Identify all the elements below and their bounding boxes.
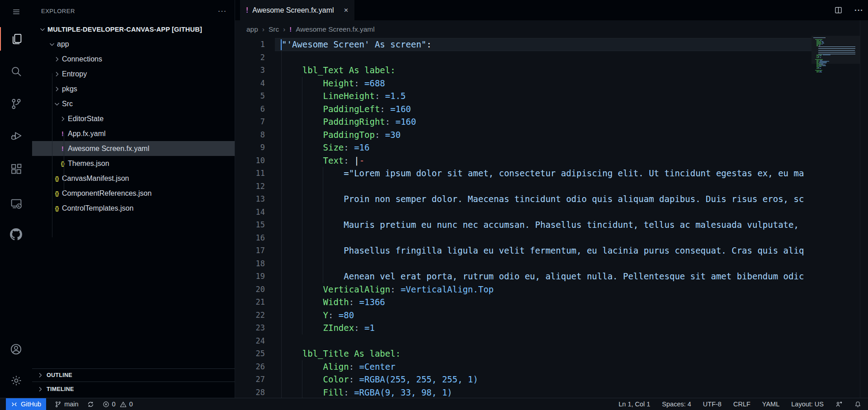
tree-item-label: EditorState xyxy=(68,115,104,123)
chevron-right-icon xyxy=(52,54,62,64)
breadcrumb-item-file[interactable]: Awesome Screen.fx.yaml xyxy=(296,25,375,33)
activity-item-source-control[interactable] xyxy=(0,92,32,116)
editor-more-actions-icon[interactable]: ··· xyxy=(854,6,863,15)
outline-section-label: OUTLINE xyxy=(47,372,72,378)
code-line[interactable]: Phasellus fringilla ligula eu velit ferm… xyxy=(282,244,811,257)
code-line[interactable] xyxy=(282,257,811,270)
eol-status[interactable]: CRLF xyxy=(733,401,750,408)
code-line[interactable]: PaddingRight: =160 xyxy=(282,115,811,128)
tree-item-componentreferences-json[interactable]: {}ComponentReferences.json xyxy=(32,186,235,201)
line-number: 15 xyxy=(235,218,271,231)
code-line[interactable]: Height: =688 xyxy=(282,77,811,90)
code-line[interactable]: PaddingLeft: =160 xyxy=(282,103,811,116)
code-content[interactable]: "'Awesome Screen' As screen": lbl_Text A… xyxy=(282,38,811,398)
line-number: 19 xyxy=(235,270,271,283)
cursor-position-status[interactable]: Ln 1, Col 1 xyxy=(618,401,650,408)
code-line[interactable]: lbl_Text As label: xyxy=(282,64,811,77)
activity-item-run-debug[interactable] xyxy=(0,124,32,147)
warning-icon xyxy=(120,401,127,408)
fx-yaml-file-icon: ! xyxy=(289,25,292,33)
line-number: 7 xyxy=(235,115,271,128)
line-number: 10 xyxy=(235,154,271,167)
activity-item-menu[interactable] xyxy=(0,0,32,24)
keyboard-layout-status[interactable]: Layout: US xyxy=(791,401,824,408)
code-line[interactable]: LineHeight: =1.5 xyxy=(282,90,811,103)
activity-item-explorer[interactable] xyxy=(0,27,32,51)
tree-item-entropy[interactable]: Entropy xyxy=(32,66,235,81)
remote-indicator[interactable]: GitHub xyxy=(6,398,46,410)
sync-status[interactable] xyxy=(87,401,94,408)
code-editor[interactable]: 1234567891011121314151617181920212223242… xyxy=(235,38,811,398)
code-line[interactable]: Aenean vel erat porta, rutrum odio eu, a… xyxy=(282,270,811,283)
code-line[interactable]: lbl_Title As label: xyxy=(282,347,811,360)
code-line[interactable] xyxy=(282,231,811,245)
close-tab-icon[interactable]: × xyxy=(344,6,349,15)
tree-item-label: pkgs xyxy=(62,85,77,93)
text-cursor xyxy=(281,39,282,50)
minimap[interactable] xyxy=(811,20,860,398)
code-line[interactable]: Align: =Center xyxy=(282,360,811,373)
tree-item-controltemplates-json[interactable]: {}ControlTemplates.json xyxy=(32,201,235,216)
line-number: 9 xyxy=(235,141,271,154)
code-line[interactable]: ="Lorem ipsum dolor sit amet, consectetu… xyxy=(282,167,811,180)
code-line[interactable]: Text: |- xyxy=(282,154,811,167)
chevron-separator: › xyxy=(262,25,264,33)
bell-icon[interactable] xyxy=(854,401,861,408)
code-line[interactable] xyxy=(282,180,811,193)
code-line[interactable]: Y: =80 xyxy=(282,309,811,322)
chevron-right-icon xyxy=(36,372,45,379)
tab-label: Awesome Screen.fx.yaml xyxy=(252,6,334,14)
code-line[interactable]: Color: =RGBA(255, 255, 255, 1) xyxy=(282,373,811,386)
split-editor-icon[interactable] xyxy=(835,6,842,14)
activity-item-remote-explorer[interactable] xyxy=(0,192,32,215)
activity-item-search[interactable] xyxy=(0,60,32,83)
code-line[interactable] xyxy=(282,51,811,64)
code-line[interactable]: Width: =1366 xyxy=(282,296,811,309)
explorer-title: EXPLORER xyxy=(41,8,75,14)
language-mode-status[interactable]: YAML xyxy=(762,401,779,408)
code-line[interactable]: ZIndex: =1 xyxy=(282,321,811,335)
file-tree: MULTIPLE-DEVELOPER-CANVAS-APP [GITHUB]ap… xyxy=(32,22,235,216)
feedback-icon[interactable] xyxy=(835,401,843,408)
code-line[interactable]: Size: =16 xyxy=(282,141,811,154)
code-line[interactable]: Fill: =RGBA(9, 33, 98, 1) xyxy=(282,386,811,398)
line-number: 1 xyxy=(235,38,271,51)
breadcrumb-item-src[interactable]: Src xyxy=(269,25,279,33)
code-line[interactable]: Mauris pretium eu nunc nec accumsan. Pha… xyxy=(282,218,811,231)
tree-item-awesome-screen-fx-yaml[interactable]: !Awesome Screen.fx.yaml xyxy=(32,141,235,156)
tree-item-themes-json[interactable]: {}Themes.json xyxy=(32,156,235,171)
tree-item-src[interactable]: Src xyxy=(32,96,235,111)
code-line[interactable] xyxy=(282,335,811,348)
tree-item-app[interactable]: app xyxy=(32,37,235,52)
code-line[interactable]: "'Awesome Screen' As screen": xyxy=(282,38,811,51)
encoding-status[interactable]: UTF-8 xyxy=(703,401,722,408)
tree-item-label: ControlTemplates.json xyxy=(62,204,133,212)
tree-item-multiple-developer-canvas-app-github[interactable]: MULTIPLE-DEVELOPER-CANVAS-APP [GITHUB] xyxy=(32,22,235,37)
account-icon xyxy=(10,343,22,355)
problems-status[interactable]: 0 0 xyxy=(103,401,133,408)
code-line[interactable]: VerticalAlign: =VerticalAlign.Top xyxy=(282,283,811,296)
tree-item-canvasmanifest-json[interactable]: {}CanvasManifest.json xyxy=(32,171,235,186)
activity-item-github[interactable] xyxy=(0,222,32,246)
tab-bar: ! Awesome Screen.fx.yaml × ··· xyxy=(235,0,868,20)
branch-status[interactable]: main xyxy=(55,401,78,408)
tree-item-app-fx-yaml[interactable]: !App.fx.yaml xyxy=(32,126,235,141)
code-line[interactable]: PaddingTop: =30 xyxy=(282,128,811,141)
code-line[interactable]: Proin non semper dolor. Maecenas tincidu… xyxy=(282,193,811,206)
tab-awesome-screen[interactable]: ! Awesome Screen.fx.yaml × xyxy=(240,0,354,20)
outline-section-header[interactable]: OUTLINE xyxy=(32,368,235,382)
tree-item-pkgs[interactable]: pkgs xyxy=(32,81,235,96)
indentation-status[interactable]: Spaces: 4 xyxy=(662,401,691,408)
explorer-more-actions-icon[interactable]: ··· xyxy=(218,9,226,13)
code-line[interactable] xyxy=(282,206,811,219)
timeline-section-header[interactable]: TIMELINE xyxy=(32,382,235,396)
activity-item-account[interactable] xyxy=(0,337,32,361)
breadcrumb-item-app[interactable]: app xyxy=(246,25,258,33)
line-number: 3 xyxy=(235,64,271,77)
activity-item-settings[interactable] xyxy=(0,369,32,392)
line-number: 5 xyxy=(235,90,271,103)
tree-item-label: Entropy xyxy=(62,70,87,78)
activity-item-extensions[interactable] xyxy=(0,157,32,181)
tree-item-connections[interactable]: Connections xyxy=(32,52,235,66)
tree-item-editorstate[interactable]: EditorState xyxy=(32,111,235,126)
